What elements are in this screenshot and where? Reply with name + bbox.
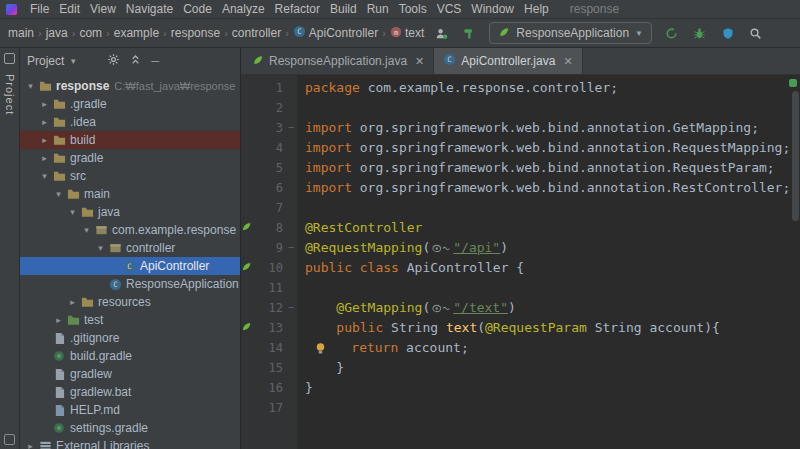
chevron-down-icon[interactable]: ▾ — [38, 171, 51, 181]
run-config-selector[interactable]: ResponseApplication ▼ — [489, 22, 652, 44]
code-text[interactable]: import org.springframework.web.bind.anno… — [297, 138, 790, 158]
tree-item-.idea[interactable]: ▸.idea — [20, 113, 240, 131]
gutter-cell[interactable]: 8 — [241, 218, 297, 238]
menu-item-view[interactable]: View — [85, 2, 121, 16]
tree-item-gradlew.bat[interactable]: gradlew.bat — [20, 383, 240, 401]
chevron-down-icon[interactable]: ▾ — [66, 207, 79, 217]
code-line-13[interactable]: 13 public String text(@RequestParam Stri… — [241, 318, 800, 338]
gutter-cell[interactable]: 14 — [241, 338, 297, 358]
tree-item-src[interactable]: ▾src — [20, 167, 240, 185]
debug-button[interactable] — [691, 25, 708, 42]
gutter-cell[interactable]: 3− — [241, 118, 297, 138]
code-line-16[interactable]: 16} — [241, 378, 800, 398]
breadcrumb-item-response[interactable]: response — [171, 26, 220, 40]
editor-scrollbar[interactable] — [792, 91, 799, 221]
menu-item-vcs[interactable]: VCS — [432, 2, 467, 16]
gutter-cell[interactable]: 11 — [241, 278, 297, 298]
breadcrumb-item-example[interactable]: example — [114, 26, 159, 40]
hint-icon[interactable] — [432, 303, 451, 314]
code-text[interactable]: @RestController — [297, 218, 422, 238]
fold-marker[interactable]: − — [285, 118, 297, 138]
breadcrumb-item-ApiController[interactable]: CApiController — [293, 25, 378, 41]
chevron-right-icon[interactable]: ▸ — [38, 153, 51, 163]
code-line-12[interactable]: 12− @GetMapping("/text") — [241, 298, 800, 318]
menu-item-window[interactable]: Window — [466, 2, 519, 16]
code-text[interactable]: package com.example.response.controller; — [297, 78, 618, 98]
bean-icon[interactable] — [241, 258, 252, 278]
tree-item-External Libraries[interactable]: ▸External Libraries — [20, 437, 240, 449]
hint-icon[interactable] — [432, 243, 451, 254]
code-text[interactable]: } — [297, 358, 344, 378]
gear-icon[interactable] — [107, 53, 120, 69]
code-line-14[interactable]: 14 return account; — [241, 338, 800, 358]
gutter-cell[interactable]: 4 — [241, 138, 297, 158]
code-line-6[interactable]: 6import org.springframework.web.bind.ann… — [241, 178, 800, 198]
menu-item-refactor[interactable]: Refactor — [270, 2, 325, 16]
chevron-right-icon[interactable]: ▸ — [66, 297, 79, 307]
tree-item-com.example.response[interactable]: ▾com.example.response — [20, 221, 240, 239]
menu-item-file[interactable]: File — [25, 2, 54, 16]
chevron-down-icon[interactable]: ▾ — [24, 81, 37, 91]
code-line-9[interactable]: 9−@RequestMapping("/api") — [241, 238, 800, 258]
code-line-11[interactable]: 11 — [241, 278, 800, 298]
code-line-8[interactable]: 8@RestController — [241, 218, 800, 238]
tree-item-java[interactable]: ▾java — [20, 203, 240, 221]
code-text[interactable]: import org.springframework.web.bind.anno… — [297, 178, 790, 198]
gutter-cell[interactable]: 17 — [241, 398, 297, 418]
breadcrumb-item-main[interactable]: main — [8, 26, 34, 40]
menu-item-build[interactable]: Build — [325, 2, 362, 16]
tree-item-test[interactable]: ▸test — [20, 311, 240, 329]
tool-window-bottom-icon[interactable] — [4, 434, 15, 445]
search-button[interactable] — [747, 25, 764, 42]
project-panel-title[interactable]: Project ▼ — [27, 54, 77, 68]
project-tool-icon[interactable] — [4, 53, 15, 64]
menu-item-analyze[interactable]: Analyze — [217, 2, 270, 16]
code-text[interactable]: return account; — [297, 338, 469, 358]
project-tool-label[interactable]: Project — [4, 74, 16, 115]
code-text[interactable]: public class ApiController { — [297, 258, 524, 278]
code-line-10[interactable]: 10public class ApiController { — [241, 258, 800, 278]
rerun-button[interactable] — [663, 25, 680, 42]
chevron-down-icon[interactable]: ▾ — [52, 189, 65, 199]
chevron-right-icon[interactable]: ▸ — [24, 441, 37, 449]
code-text[interactable]: public String text(@RequestParam String … — [297, 318, 720, 338]
code-line-2[interactable]: 2 — [241, 98, 800, 118]
bean-icon[interactable] — [241, 218, 252, 238]
code-text[interactable]: import org.springframework.web.bind.anno… — [297, 118, 759, 138]
coverage-button[interactable] — [719, 25, 736, 42]
code-text[interactable]: @GetMapping("/text") — [297, 298, 516, 318]
gutter-cell[interactable]: 7 — [241, 198, 297, 218]
close-tab-icon[interactable]: ✕ — [563, 55, 572, 68]
gutter-cell[interactable]: 9− — [241, 238, 297, 258]
menu-item-help[interactable]: Help — [519, 2, 554, 16]
gutter-cell[interactable]: 2 — [241, 98, 297, 118]
chevron-right-icon[interactable]: ▸ — [38, 99, 51, 109]
breadcrumb-item-text[interactable]: mtext — [390, 26, 424, 41]
chevron-down-icon[interactable]: ▾ — [80, 225, 93, 235]
menu-item-run[interactable]: Run — [362, 2, 394, 16]
tree-item-settings.gradle[interactable]: settings.gradle — [20, 419, 240, 437]
code-text[interactable]: import org.springframework.web.bind.anno… — [297, 158, 775, 178]
fold-marker[interactable]: − — [285, 298, 297, 318]
tree-item-build[interactable]: ▸build — [20, 131, 240, 149]
menu-item-tools[interactable]: Tools — [394, 2, 432, 16]
close-tab-icon[interactable]: ✕ — [415, 55, 424, 68]
code-line-17[interactable]: 17 — [241, 398, 800, 418]
editor-body[interactable]: 1package com.example.response.controller… — [241, 75, 800, 449]
tree-item-.gradle[interactable]: ▸.gradle — [20, 95, 240, 113]
tree-item-HELP.md[interactable]: HELP.md — [20, 401, 240, 419]
editor-tab-ResponseApplication.java[interactable]: ResponseApplication.java✕ — [243, 48, 434, 74]
code-text[interactable] — [297, 398, 305, 418]
code-line-15[interactable]: 15 } — [241, 358, 800, 378]
bulb-icon[interactable] — [315, 342, 326, 355]
chevron-right-icon[interactable]: ▸ — [52, 315, 65, 325]
menu-item-edit[interactable]: Edit — [54, 2, 85, 16]
chevron-down-icon[interactable]: ▾ — [94, 243, 107, 253]
users-button[interactable] — [433, 25, 450, 42]
gutter-cell[interactable]: 13 — [241, 318, 297, 338]
gutter-cell[interactable]: 12− — [241, 298, 297, 318]
menu-item-navigate[interactable]: Navigate — [121, 2, 178, 16]
code-text[interactable] — [297, 98, 305, 118]
breadcrumb-item-controller[interactable]: controller — [232, 26, 281, 40]
tree-item-.gitignore[interactable]: .gitignore — [20, 329, 240, 347]
